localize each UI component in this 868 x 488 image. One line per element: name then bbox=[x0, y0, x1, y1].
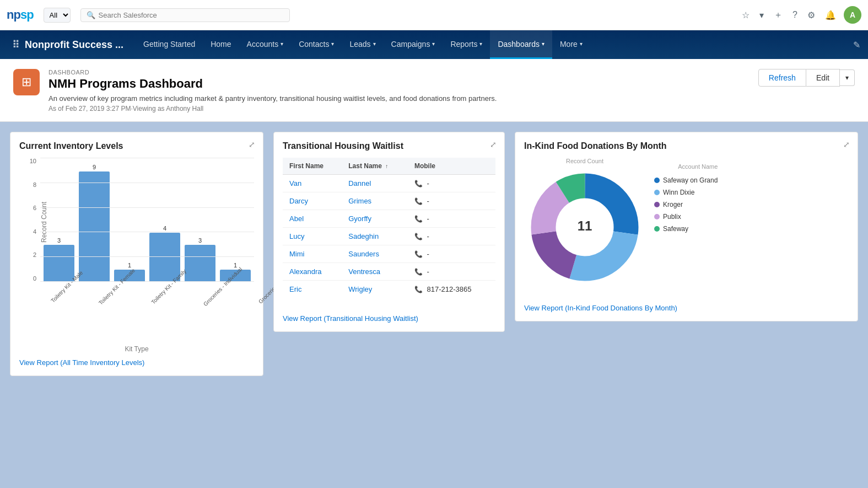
legend-item-1: Winn Dixie bbox=[654, 189, 718, 196]
legend-label-2: Kroger bbox=[663, 201, 683, 208]
donut-chart-wrapper: Record Count bbox=[524, 158, 645, 289]
first-name-link-4[interactable]: Mimi bbox=[289, 250, 304, 258]
search-scope-select[interactable]: All bbox=[44, 8, 71, 23]
nav-home[interactable]: Home bbox=[203, 30, 239, 59]
first-name-link-1[interactable]: Darcy bbox=[289, 197, 308, 205]
favorites-dropdown-icon[interactable]: ▾ bbox=[757, 8, 766, 23]
favorites-icon[interactable]: ☆ bbox=[740, 8, 752, 23]
search-input[interactable] bbox=[99, 11, 284, 19]
legend-label-0: Safeway on Grand bbox=[663, 176, 718, 184]
contacts-chevron-icon: ▾ bbox=[331, 41, 334, 47]
y-tick-10: 10 bbox=[30, 158, 36, 164]
x-axis-label: Kit Type bbox=[19, 345, 254, 353]
app-grid-icon[interactable]: ⠿ bbox=[12, 39, 19, 51]
legend-item-3: Publix bbox=[654, 213, 718, 221]
waitlist-expand-button[interactable]: ⤢ bbox=[490, 140, 497, 149]
y-tick-2: 2 bbox=[33, 251, 36, 258]
nav-leads[interactable]: Leads ▾ bbox=[342, 30, 383, 59]
donations-expand-button[interactable]: ⤢ bbox=[843, 140, 850, 149]
y-tick-6: 6 bbox=[33, 205, 36, 211]
waitlist-view-report-link[interactable]: View Report (Transitional Housing Waitli… bbox=[283, 314, 418, 323]
reports-chevron-icon: ▾ bbox=[479, 41, 482, 47]
campaigns-chevron-icon: ▾ bbox=[432, 41, 435, 47]
nav-accounts[interactable]: Accounts ▾ bbox=[239, 30, 292, 59]
last-name-link-0[interactable]: Dannel bbox=[348, 179, 371, 187]
nav-reports[interactable]: Reports ▾ bbox=[443, 30, 490, 59]
app-nav-items: Getting Started Home Accounts ▾ Contacts… bbox=[136, 30, 590, 59]
col-first-name: First Name bbox=[283, 158, 342, 175]
table-row: Van Dannel 📞 - bbox=[283, 175, 495, 192]
table-header-row: First Name Last Name ↑ Mobile bbox=[283, 158, 495, 175]
legend-label-3: Publix bbox=[663, 213, 681, 221]
app-logo: npsp bbox=[7, 8, 34, 22]
first-name-link-0[interactable]: Van bbox=[289, 179, 301, 187]
inventory-expand-button[interactable]: ⤢ bbox=[249, 140, 255, 149]
table-row: Lucy Sadeghin 📞 - bbox=[283, 228, 495, 245]
table-row: Darcy Grimes 📞 - bbox=[283, 192, 495, 210]
dashboard-title: NMH Programs Dashboard bbox=[48, 77, 497, 91]
y-tick-0: 0 bbox=[33, 275, 36, 282]
nav-contacts[interactable]: Contacts ▾ bbox=[291, 30, 342, 59]
avatar[interactable]: A bbox=[844, 6, 861, 24]
donations-view-report-link[interactable]: View Report (In-Kind Food Donations By M… bbox=[524, 304, 677, 312]
nav-edit-icon[interactable]: ✎ bbox=[845, 30, 868, 59]
record-count-label: Record Count bbox=[524, 158, 645, 164]
nav-more[interactable]: More ▾ bbox=[552, 30, 590, 59]
last-name-link-3[interactable]: Sadeghin bbox=[348, 232, 379, 240]
donations-widget: In-Kind Food Donations By Month ⤢ Record… bbox=[515, 132, 858, 321]
help-icon[interactable]: ? bbox=[790, 8, 800, 22]
nav-dashboards[interactable]: Dashboards ▾ bbox=[490, 30, 552, 59]
mobile-0: 📞 - bbox=[408, 175, 495, 192]
table-row: Alexandra Ventresca 📞 - bbox=[283, 263, 495, 281]
legend-item-0: Safeway on Grand bbox=[654, 176, 718, 184]
last-name-link-2[interactable]: Gyorffy bbox=[348, 214, 371, 223]
legend-label-1: Winn Dixie bbox=[663, 189, 694, 196]
first-name-link-5[interactable]: Alexandra bbox=[289, 267, 322, 276]
last-name-link-5[interactable]: Ventresca bbox=[348, 267, 380, 276]
nav-right-icons: ☆ ▾ ＋ ? ⚙ 🔔 A bbox=[740, 6, 861, 24]
waitlist-table: First Name Last Name ↑ Mobile Van Dannel… bbox=[283, 158, 495, 298]
first-name-link-3[interactable]: Lucy bbox=[289, 232, 304, 240]
dashboard-content: Current Inventory Levels ⤢ Record Count … bbox=[0, 122, 868, 386]
edit-button[interactable]: Edit bbox=[806, 69, 840, 87]
account-name-label: Account Name bbox=[654, 163, 718, 170]
nav-getting-started[interactable]: Getting Started bbox=[136, 30, 203, 59]
mobile-1: 📞 - bbox=[408, 192, 495, 210]
inventory-widget: Current Inventory Levels ⤢ Record Count … bbox=[10, 132, 263, 376]
inventory-widget-title: Current Inventory Levels bbox=[19, 141, 254, 151]
last-name-link-1[interactable]: Grimes bbox=[348, 197, 371, 205]
x-label-0: Toiletry Kit - Male bbox=[44, 282, 86, 315]
legend-label-4: Safeway bbox=[663, 225, 688, 233]
inventory-view-report-link[interactable]: View Report (All Time Inventory Levels) bbox=[19, 358, 144, 367]
last-name-link-6[interactable]: Wrigley bbox=[348, 285, 372, 293]
notifications-icon[interactable]: 🔔 bbox=[823, 8, 838, 23]
settings-icon[interactable]: ⚙ bbox=[805, 8, 817, 23]
nav-campaigns[interactable]: Campaigns ▾ bbox=[384, 30, 443, 59]
app-nav-bar: ⠿ Nonprofit Success ... Getting Started … bbox=[0, 30, 868, 59]
more-actions-button[interactable]: ▾ bbox=[840, 69, 855, 86]
legend-dot-1 bbox=[654, 190, 660, 195]
last-name-link-4[interactable]: Saunders bbox=[348, 250, 379, 258]
dashboard-icon: ⊞ bbox=[13, 69, 40, 95]
donut-legend: Account Name Safeway on Grand Winn Dixie… bbox=[654, 163, 718, 233]
refresh-button[interactable]: Refresh bbox=[758, 69, 806, 87]
mobile-4: 📞 - bbox=[408, 245, 495, 263]
add-icon[interactable]: ＋ bbox=[772, 7, 785, 23]
dashboard-type-label: DASHBOARD bbox=[48, 69, 497, 76]
donut-center-number: 11 bbox=[578, 218, 592, 233]
y-tick-4: 4 bbox=[33, 228, 36, 235]
app-nav-brand: ⠿ Nonprofit Success ... bbox=[6, 30, 130, 59]
first-name-link-2[interactable]: Abel bbox=[289, 214, 304, 223]
mobile-5: 📞 - bbox=[408, 263, 495, 281]
y-tick-8: 8 bbox=[33, 181, 36, 188]
first-name-link-6[interactable]: Eric bbox=[289, 285, 301, 293]
legend-dot-3 bbox=[654, 214, 660, 219]
top-nav-bar: npsp All 🔍 ☆ ▾ ＋ ? ⚙ 🔔 A bbox=[0, 0, 868, 30]
accounts-chevron-icon: ▾ bbox=[281, 41, 283, 47]
waitlist-widget: Transitional Housing Waitlist ⤢ First Na… bbox=[273, 132, 505, 332]
dashboard-info: DASHBOARD NMH Programs Dashboard An over… bbox=[48, 69, 497, 112]
dashboard-description: An overview of key program metrics inclu… bbox=[48, 94, 497, 103]
dashboard-actions: Refresh Edit ▾ bbox=[758, 69, 855, 87]
waitlist-widget-title: Transitional Housing Waitlist bbox=[283, 141, 495, 151]
table-row: Abel Gyorffy 📞 - bbox=[283, 210, 495, 228]
